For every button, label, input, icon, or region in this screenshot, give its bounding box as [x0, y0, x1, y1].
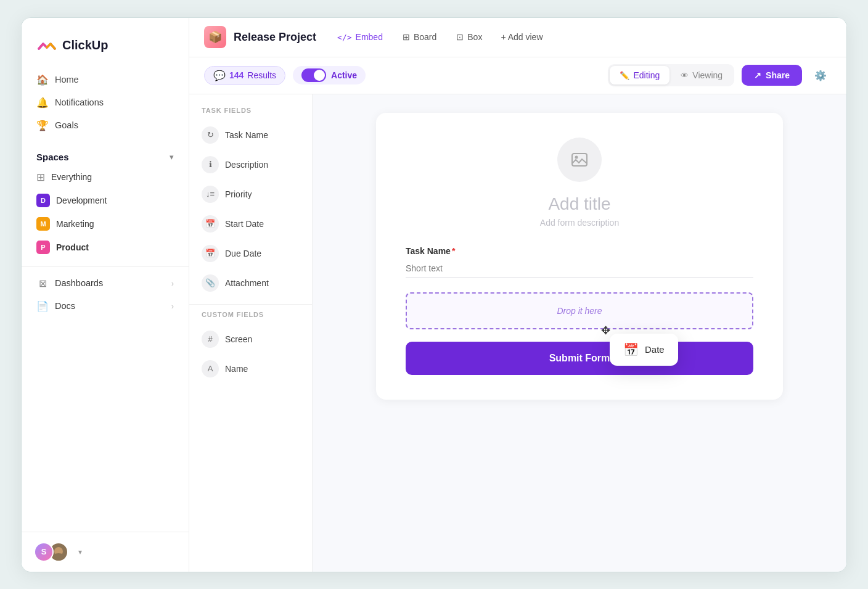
svg-point-1	[575, 155, 578, 159]
drop-zone-label: Drop it here	[557, 306, 602, 316]
active-label: Active	[331, 70, 357, 80]
sidebar-item-notifications[interactable]: 🔔 Notifications	[29, 91, 181, 114]
description-icon: ℹ	[202, 156, 219, 173]
field-due-date[interactable]: 📅 Due Date	[189, 239, 312, 268]
board-icon: ⊞	[403, 32, 410, 42]
sidebar-item-goals[interactable]: 🏆 Goals	[29, 114, 181, 137]
field-description[interactable]: ℹ Description	[189, 150, 312, 179]
add-view-button[interactable]: + Add view	[493, 28, 550, 46]
sidebar-item-dashboards[interactable]: ⊠ Dashboards ›	[29, 272, 181, 295]
tab-box[interactable]: ⊡ Box	[448, 28, 491, 46]
toolbar: 💬 144 Results Active ✏️ Editing 👁 Viewin…	[189, 57, 846, 94]
form-area: Add title Add form description Task Name…	[313, 94, 846, 572]
product-label: Product	[56, 242, 89, 252]
submit-form-button[interactable]: Submit Form	[406, 342, 753, 375]
sidebar-item-development[interactable]: D Development	[29, 189, 181, 212]
form-cover-area	[406, 138, 753, 182]
field-screen[interactable]: # Screen	[189, 324, 312, 354]
share-button[interactable]: ↗ Share	[742, 65, 802, 86]
active-toggle-group: Active	[293, 66, 366, 84]
active-toggle[interactable]	[301, 68, 326, 82]
box-icon: ⊡	[456, 32, 464, 42]
settings-button[interactable]: ⚙️	[809, 64, 832, 86]
bell-icon: 🔔	[36, 97, 49, 109]
everything-label: Everything	[51, 172, 92, 182]
required-star: *	[452, 246, 455, 256]
attachment-icon: 📎	[202, 274, 219, 292]
docs-chevron-icon: ›	[171, 302, 174, 311]
goals-icon: 🏆	[36, 120, 49, 131]
priority-icon: ↓≡	[202, 186, 219, 203]
body-area: TASK FIELDS ↻ Task Name ℹ Description ↓≡…	[189, 94, 846, 572]
tab-embed[interactable]: </> Embed	[329, 28, 391, 46]
field-name[interactable]: A Name	[189, 354, 312, 384]
docs-left: 📄 Docs	[36, 300, 75, 312]
task-fields-label: TASK FIELDS	[189, 107, 312, 120]
dashboards-chevron-icon: ›	[171, 279, 174, 288]
main-content: 📦 Release Project </> Embed ⊞ Board ⊡ Bo…	[189, 18, 846, 572]
screen-field-label: Screen	[225, 334, 252, 344]
sidebar-item-home[interactable]: 🏠 Home	[29, 68, 181, 91]
field-priority[interactable]: ↓≡ Priority	[189, 179, 312, 209]
viewing-mode-button[interactable]: 👁 Viewing	[671, 66, 732, 84]
home-label: Home	[55, 75, 79, 84]
description-field-label: Description	[225, 160, 268, 170]
toggle-thumb	[314, 70, 325, 81]
form-cover-icon[interactable]	[557, 138, 602, 182]
task-name-field-block: Task Name*	[406, 246, 753, 278]
docs-icon: 📄	[36, 300, 49, 312]
due-date-field-label: Due Date	[225, 249, 261, 258]
dashboards-icon: ⊠	[36, 278, 49, 289]
gear-icon: ⚙️	[814, 70, 827, 81]
drop-zone[interactable]: Drop it here	[406, 292, 753, 329]
image-icon	[571, 151, 588, 168]
product-avatar: P	[36, 241, 50, 254]
spaces-title: Spaces	[36, 152, 69, 162]
board-label: Board	[414, 32, 436, 42]
due-date-icon: 📅	[202, 245, 219, 262]
results-count: 144	[229, 70, 244, 80]
sidebar-item-marketing[interactable]: M Marketing	[29, 212, 181, 236]
form-title-placeholder[interactable]: Add title	[406, 194, 753, 214]
start-date-icon: 📅	[202, 215, 219, 233]
sidebar-item-product[interactable]: P Product	[29, 236, 181, 259]
field-start-date[interactable]: 📅 Start Date	[189, 209, 312, 239]
sidebar-item-everything[interactable]: ⊞ Everything	[29, 166, 181, 189]
editing-label: Editing	[633, 70, 660, 80]
spaces-header[interactable]: Spaces ▾	[29, 148, 181, 166]
field-task-name[interactable]: ↻ Task Name	[189, 120, 312, 150]
task-name-input[interactable]	[406, 260, 753, 278]
avatar-stack: S	[34, 542, 68, 562]
project-icon: 📦	[204, 26, 226, 48]
custom-fields-label: CUSTOM FIELDS	[189, 311, 312, 324]
avatar-s: S	[34, 542, 54, 562]
pencil-icon: ✏️	[620, 71, 629, 80]
fields-divider	[189, 304, 312, 305]
clickup-logo-text: ClickUp	[62, 38, 108, 52]
share-icon: ↗	[754, 70, 761, 80]
svg-rect-0	[572, 154, 587, 166]
start-date-field-label: Start Date	[225, 219, 264, 229]
name-field-label: Name	[225, 364, 248, 374]
field-attachment[interactable]: 📎 Attachment	[189, 268, 312, 298]
marketing-label: Marketing	[56, 219, 94, 229]
results-badge[interactable]: 💬 144 Results	[204, 66, 285, 85]
notifications-label: Notifications	[55, 97, 104, 107]
home-icon: 🏠	[36, 74, 49, 86]
editing-viewing-group: ✏️ Editing 👁 Viewing	[608, 64, 734, 86]
dashboards-label: Dashboards	[55, 278, 103, 288]
header-views: </> Embed ⊞ Board ⊡ Box + Add view	[329, 28, 550, 46]
page-header: 📦 Release Project </> Embed ⊞ Board ⊡ Bo…	[189, 18, 846, 57]
add-view-label: + Add view	[501, 32, 542, 42]
footer-chevron-icon[interactable]: ▾	[78, 548, 82, 556]
sidebar-item-docs[interactable]: 📄 Docs ›	[29, 295, 181, 318]
box-label: Box	[467, 32, 482, 42]
development-label: Development	[56, 196, 107, 205]
eye-icon: 👁	[681, 71, 689, 80]
editing-mode-button[interactable]: ✏️ Editing	[610, 66, 669, 84]
tab-board[interactable]: ⊞ Board	[394, 28, 445, 46]
form-desc-placeholder[interactable]: Add form description	[406, 218, 753, 228]
docs-label: Docs	[55, 301, 75, 311]
everything-icon: ⊞	[36, 171, 45, 184]
viewing-label: Viewing	[692, 70, 723, 80]
